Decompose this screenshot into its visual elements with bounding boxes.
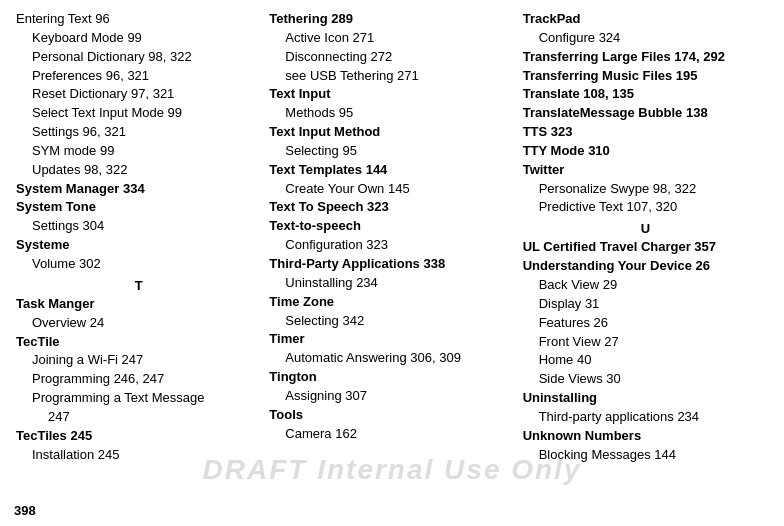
index-entry: Text To Speech 323 (269, 198, 514, 217)
page-container: Entering Text 96Keyboard Mode 99Personal… (0, 0, 784, 526)
index-entry: Entering Text 96 (16, 10, 261, 29)
column-1: Entering Text 96Keyboard Mode 99Personal… (12, 10, 265, 516)
index-entry: Text Templates 144 (269, 161, 514, 180)
index-entry: Programming a Text Message (16, 389, 261, 408)
index-entry: Installation 245 (16, 446, 261, 465)
index-entry: UL Certified Travel Charger 357 (523, 238, 768, 257)
index-entry: Personalize Swype 98, 322 (523, 180, 768, 199)
footer-page-number: 398 (14, 503, 36, 518)
index-entry: Transferring Large Files 174, 292 (523, 48, 768, 67)
index-entry: Volume 302 (16, 255, 261, 274)
index-entry: System Manager 334 (16, 180, 261, 199)
index-entry: Tington (269, 368, 514, 387)
index-entry: Joining a Wi-Fi 247 (16, 351, 261, 370)
index-entry: Home 40 (523, 351, 768, 370)
index-entry: Systeme (16, 236, 261, 255)
index-entry: Tethering 289 (269, 10, 514, 29)
index-entry: Task Manger (16, 295, 261, 314)
index-entry: TecTile (16, 333, 261, 352)
index-entry: Features 26 (523, 314, 768, 333)
column-2: Tethering 289Active Icon 271Disconnectin… (265, 10, 518, 516)
index-entry: Methods 95 (269, 104, 514, 123)
index-entry: Overview 24 (16, 314, 261, 333)
index-entry: Active Icon 271 (269, 29, 514, 48)
index-entry: Configure 324 (523, 29, 768, 48)
index-entry: Configuration 323 (269, 236, 514, 255)
index-entry: Create Your Own 145 (269, 180, 514, 199)
index-entry: Uninstalling 234 (269, 274, 514, 293)
index-entry: Select Text Input Mode 99 (16, 104, 261, 123)
index-entry: Settings 96, 321 (16, 123, 261, 142)
index-entry: TTS 323 (523, 123, 768, 142)
index-entry: Predictive Text 107, 320 (523, 198, 768, 217)
index-entry: Display 31 (523, 295, 768, 314)
index-entry: Third-party applications 234 (523, 408, 768, 427)
index-entry: Unknown Numbers (523, 427, 768, 446)
index-entry: Personal Dictionary 98, 322 (16, 48, 261, 67)
index-entry: 247 (16, 408, 261, 427)
index-entry: Twitter (523, 161, 768, 180)
index-entry: Keyboard Mode 99 (16, 29, 261, 48)
section-letter: U (523, 221, 768, 236)
index-entry: see USB Tethering 271 (269, 67, 514, 86)
index-entry: Front View 27 (523, 333, 768, 352)
index-entry: Reset Dictionary 97, 321 (16, 85, 261, 104)
index-entry: Settings 304 (16, 217, 261, 236)
index-entry: Updates 98, 322 (16, 161, 261, 180)
index-entry: Back View 29 (523, 276, 768, 295)
index-entry: Translate 108, 135 (523, 85, 768, 104)
index-entry: Selecting 95 (269, 142, 514, 161)
index-entry: Tools (269, 406, 514, 425)
index-entry: Third-Party Applications 338 (269, 255, 514, 274)
index-entry: Text-to-speech (269, 217, 514, 236)
index-entry: Programming 246, 247 (16, 370, 261, 389)
index-entry: Selecting 342 (269, 312, 514, 331)
index-entry: Text Input (269, 85, 514, 104)
index-entry: Text Input Method (269, 123, 514, 142)
index-entry: Blocking Messages 144 (523, 446, 768, 465)
index-entry: Transferring Music Files 195 (523, 67, 768, 86)
index-entry: Disconnecting 272 (269, 48, 514, 67)
index-entry: Preferences 96, 321 (16, 67, 261, 86)
index-entry: Camera 162 (269, 425, 514, 444)
section-letter: T (16, 278, 261, 293)
index-entry: TranslateMessage Bubble 138 (523, 104, 768, 123)
index-entry: TrackPad (523, 10, 768, 29)
index-entry: Uninstalling (523, 389, 768, 408)
index-entry: TTY Mode 310 (523, 142, 768, 161)
index-entry: Automatic Answering 306, 309 (269, 349, 514, 368)
index-entry: Assigning 307 (269, 387, 514, 406)
index-entry: TecTiles 245 (16, 427, 261, 446)
column-3: TrackPadConfigure 324Transferring Large … (519, 10, 772, 516)
index-entry: System Tone (16, 198, 261, 217)
index-entry: Understanding Your Device 26 (523, 257, 768, 276)
index-entry: Timer (269, 330, 514, 349)
index-entry: Side Views 30 (523, 370, 768, 389)
index-entry: SYM mode 99 (16, 142, 261, 161)
index-entry: Time Zone (269, 293, 514, 312)
